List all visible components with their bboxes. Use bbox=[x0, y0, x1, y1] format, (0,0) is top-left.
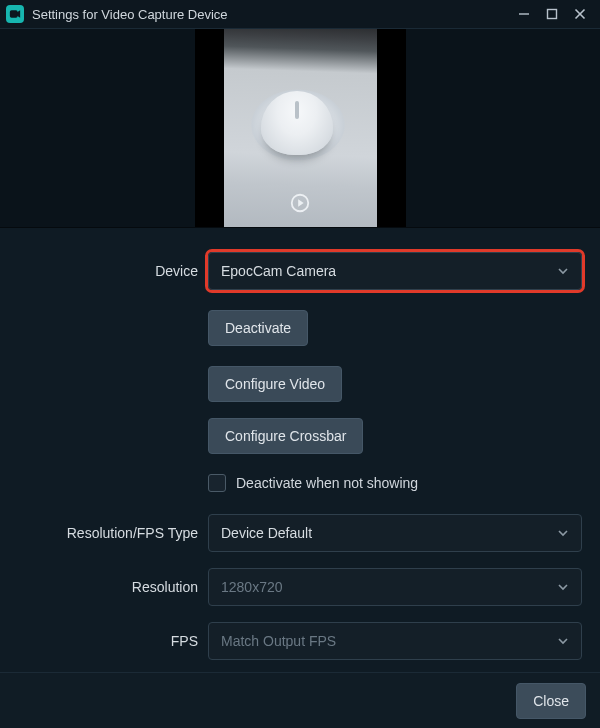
resolution-label: Resolution bbox=[0, 579, 208, 595]
app-icon bbox=[6, 5, 24, 23]
device-select[interactable]: EpocCam Camera bbox=[208, 252, 582, 290]
fps-value: Match Output FPS bbox=[221, 633, 336, 649]
svg-rect-2 bbox=[548, 10, 557, 19]
video-preview-content bbox=[224, 29, 377, 227]
device-label: Device bbox=[0, 263, 208, 279]
resolution-fps-type-value: Device Default bbox=[221, 525, 312, 541]
maximize-button[interactable] bbox=[538, 0, 566, 28]
close-button[interactable]: Close bbox=[516, 683, 586, 719]
device-select-value: EpocCam Camera bbox=[221, 263, 336, 279]
chevron-down-icon bbox=[557, 265, 569, 277]
deactivate-when-not-showing-checkbox[interactable] bbox=[208, 474, 226, 492]
fps-label: FPS bbox=[0, 633, 208, 649]
resolution-value: 1280x720 bbox=[221, 579, 283, 595]
window-title: Settings for Video Capture Device bbox=[32, 7, 228, 22]
deactivate-checkbox-label: Deactivate when not showing bbox=[236, 475, 418, 491]
deactivate-button[interactable]: Deactivate bbox=[208, 310, 308, 346]
settings-form: Device EpocCam Camera Deactivate Configu… bbox=[0, 228, 600, 672]
resolution-select[interactable]: 1280x720 bbox=[208, 568, 582, 606]
video-preview-frame bbox=[195, 29, 406, 227]
resolution-fps-type-select[interactable]: Device Default bbox=[208, 514, 582, 552]
close-window-button[interactable] bbox=[566, 0, 594, 28]
configure-video-button[interactable]: Configure Video bbox=[208, 366, 342, 402]
svg-rect-0 bbox=[11, 11, 18, 17]
dialog-footer: Close bbox=[0, 672, 600, 728]
elgato-watermark-icon bbox=[289, 192, 311, 217]
chevron-down-icon bbox=[557, 527, 569, 539]
window-titlebar: Settings for Video Capture Device bbox=[0, 0, 600, 28]
configure-crossbar-button[interactable]: Configure Crossbar bbox=[208, 418, 363, 454]
resolution-fps-type-label: Resolution/FPS Type bbox=[0, 525, 208, 541]
chevron-down-icon bbox=[557, 635, 569, 647]
video-preview bbox=[0, 28, 600, 228]
fps-select[interactable]: Match Output FPS bbox=[208, 622, 582, 660]
minimize-button[interactable] bbox=[510, 0, 538, 28]
chevron-down-icon bbox=[557, 581, 569, 593]
